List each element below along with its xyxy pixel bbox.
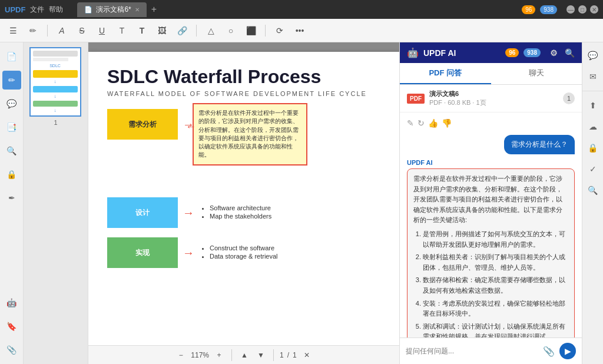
sidebar-edit-icon[interactable]: ✏ xyxy=(2,71,21,90)
toolbar-text2-icon[interactable]: T xyxy=(114,22,130,39)
step-implementation-row: 实现 → Construct the software Data storage… xyxy=(107,237,280,268)
message-action-icons: ✎ ↻ 👍 👎 xyxy=(407,118,575,128)
title-bar-right: 96 938 — □ ✕ xyxy=(522,5,598,14)
step-design-arrow-icon: → xyxy=(183,206,194,220)
page-prev-button[interactable]: ▲ xyxy=(238,349,251,362)
chat-messages: ✎ ↻ 👍 👎 需求分析是什么？ UPDF AI 需求分析是在软件开发过程中一个… xyxy=(400,112,582,337)
step-implementation-detail-2: Data storage & retrieval xyxy=(210,253,278,260)
step-design-row: 设计 → Software architecture Map the stake… xyxy=(107,197,280,228)
tab-add-icon[interactable]: + xyxy=(151,4,157,15)
attachment-icon[interactable]: 📎 xyxy=(543,346,555,357)
toolbar-pen-icon[interactable]: ✏ xyxy=(25,22,41,39)
title-bar-left: UPDF 文件 帮助 📄 演示文稿6* ✕ + xyxy=(5,2,157,17)
tab-close-icon[interactable]: ✕ xyxy=(135,6,140,13)
sidebar-sign-icon[interactable]: ✒ xyxy=(2,188,21,207)
maximize-button[interactable]: □ xyxy=(578,5,587,14)
menu-file[interactable]: 文件 xyxy=(30,5,44,15)
toolbar-link-icon[interactable]: 🔗 xyxy=(174,22,190,39)
thumbnail-page-1[interactable]: SDLC ↓ ↓ ↓ 1 xyxy=(29,47,82,126)
user-message: 需求分析是什么？ xyxy=(504,135,575,154)
ai-logo-icon: 🤖 xyxy=(407,47,419,58)
pdf-subtitle: WATERFALL MODEL OF SOFTWARE DEVELOPMENT … xyxy=(107,90,399,97)
sidebar-page-icon[interactable]: 📄 xyxy=(2,47,21,66)
toolbar-more-icon[interactable]: ••• xyxy=(291,22,308,39)
ai-list-item-3: 数据存储和检索：确定系统需要存储哪些数据，以及如何有效地检索这些数据。 xyxy=(423,275,568,296)
file-type-icon: PDF xyxy=(407,94,425,104)
mini-mail-icon[interactable]: ✉ xyxy=(585,68,601,85)
toolbar-textbox-icon[interactable]: T xyxy=(134,22,150,39)
step-implementation-details: Construct the software Data storage & re… xyxy=(201,244,278,261)
mini-check-icon[interactable]: ✓ xyxy=(585,161,601,177)
mini-zoom-icon[interactable]: 🔍 xyxy=(585,182,601,198)
minimize-button[interactable]: — xyxy=(566,5,575,14)
edit-icon[interactable]: ✎ xyxy=(407,118,414,128)
sidebar-bookmark-icon[interactable]: 📑 xyxy=(2,118,21,137)
tab-chat[interactable]: 聊天 xyxy=(491,63,582,84)
ai-list-item-4: 安装：考虑系统的安装过程，确保它能够轻松地部署在目标环境中。 xyxy=(423,299,568,319)
mini-cloud-icon[interactable]: ☁ xyxy=(585,118,601,135)
sidebar-search-icon[interactable]: 🔍 xyxy=(2,141,21,160)
toolbar-rotate-icon[interactable]: ⟳ xyxy=(271,22,288,39)
window-controls: — □ ✕ xyxy=(566,5,598,14)
thumbs-up-icon[interactable]: 👍 xyxy=(428,118,438,128)
toolbar-image-icon[interactable]: 🖼 xyxy=(154,22,170,39)
sidebar-protect-icon[interactable]: 🔒 xyxy=(2,165,21,184)
tab-document[interactable]: 📄 演示文稿6* ✕ xyxy=(77,2,146,17)
pdf-page: SDLC Waterfall Process WATERFALL MODEL O… xyxy=(88,52,399,345)
steps-column: 需求分析是在软件开发过程中一个重要的阶段，它涉及到对用户需求的收集、分析和理解。… xyxy=(107,109,280,268)
file-name: 演示文稿6 xyxy=(429,90,486,98)
pdf-scroll-area[interactable]: SDLC Waterfall Process WATERFALL MODEL O… xyxy=(88,42,399,345)
menu-help[interactable]: 帮助 xyxy=(49,5,63,15)
sidebar-clip-icon[interactable]: 📎 xyxy=(2,340,21,359)
right-mini-sidebar: 💬 ✉ ⬆ ☁ 🔒 ✓ 🔍 xyxy=(582,42,603,364)
thumbnail-panel: SDLC ↓ ↓ ↓ 1 xyxy=(24,42,88,364)
fit-page-button[interactable]: ✕ xyxy=(300,349,313,362)
send-button[interactable]: ▶ xyxy=(559,343,576,359)
toolbar: ☰ ✏ A S U T T 🖼 🔗 △ ○ ⬛ ⟳ ••• xyxy=(0,19,603,42)
ai-search-icon[interactable]: 🔍 xyxy=(565,48,575,58)
chat-input-field[interactable] xyxy=(406,347,538,355)
toolbar-hand-icon[interactable]: ☰ xyxy=(5,22,21,39)
file-meta: PDF · 60.8 KB · 1页 xyxy=(429,98,486,107)
file-info: PDF 演示文稿6 PDF · 60.8 KB · 1页 1 xyxy=(400,85,582,112)
thumbs-down-icon[interactable]: 👎 xyxy=(442,118,452,128)
toolbar-stamp-icon[interactable]: ○ xyxy=(223,22,239,39)
main-content: 📄 ✏ 💬 📑 🔍 🔒 ✒ 🤖 🔖 📎 SDLC ↓ ↓ ↓ xyxy=(0,42,603,364)
step-design-details: Software architecture Map the stakeholde… xyxy=(201,204,271,221)
title-bar: UPDF 文件 帮助 📄 演示文稿6* ✕ + 96 938 — □ ✕ xyxy=(0,0,603,19)
badge-count2: 938 xyxy=(540,5,557,14)
mini-share-icon[interactable]: ⬆ xyxy=(585,97,601,114)
current-page: 1 xyxy=(280,351,284,359)
ai-msg-content: 需求分析是在软件开发过程中一个重要的阶段，它涉及到对用户需求的收集、分析和理解。… xyxy=(407,168,575,337)
sidebar-bookmark2-icon[interactable]: 🔖 xyxy=(2,317,21,336)
toolbar-shape-icon[interactable]: △ xyxy=(203,22,219,39)
file-page-num: 1 xyxy=(563,92,575,104)
mini-comment-icon[interactable]: 💬 xyxy=(585,47,601,64)
ai-settings-icon[interactable]: ⚙ xyxy=(550,48,558,58)
step-implementation-detail-1: Construct the software xyxy=(210,244,278,252)
zoom-out-button[interactable]: − xyxy=(174,349,187,362)
sidebar-ai-icon[interactable]: 🤖 xyxy=(2,293,21,312)
page-next-button[interactable]: ▼ xyxy=(254,349,267,362)
ai-tabs: PDF 问答 聊天 xyxy=(400,63,582,85)
left-sidebar: 📄 ✏ 💬 📑 🔍 🔒 ✒ 🤖 🔖 📎 xyxy=(0,42,24,364)
step-design-detail-1: Software architecture xyxy=(210,204,271,211)
tab-bar: 📄 演示文稿6* ✕ + xyxy=(77,2,157,17)
refresh-icon[interactable]: ↻ xyxy=(418,118,425,128)
sidebar-comment-icon[interactable]: 💬 xyxy=(2,94,21,113)
mini-protect-icon[interactable]: 🔒 xyxy=(585,140,601,156)
ai-badge1: 96 xyxy=(505,48,519,57)
toolbar-strikethrough-icon[interactable]: S xyxy=(74,22,90,39)
viewer-bottom-toolbar: − 117% + ▲ ▼ 1 / 1 ✕ xyxy=(88,345,399,364)
toolbar-sign-icon[interactable]: ⬛ xyxy=(243,22,259,39)
ai-title: UPDF AI xyxy=(423,48,456,58)
zoom-in-button[interactable]: + xyxy=(213,349,226,362)
step-design-detail-2: Map the stakeholders xyxy=(210,213,271,220)
ai-badge2: 938 xyxy=(524,48,541,57)
toolbar-underline-icon[interactable]: U xyxy=(94,22,110,39)
ai-response-intro: 需求分析是在软件开发过程中一个重要的阶段，它涉及到对用户需求的收集、分析和理解。… xyxy=(413,175,562,223)
toolbar-text-icon[interactable]: A xyxy=(54,22,70,39)
close-button[interactable]: ✕ xyxy=(590,5,598,14)
pdf-viewer-container: SDLC Waterfall Process WATERFALL MODEL O… xyxy=(88,42,399,364)
tab-pdf-qa[interactable]: PDF 问答 xyxy=(400,63,491,84)
